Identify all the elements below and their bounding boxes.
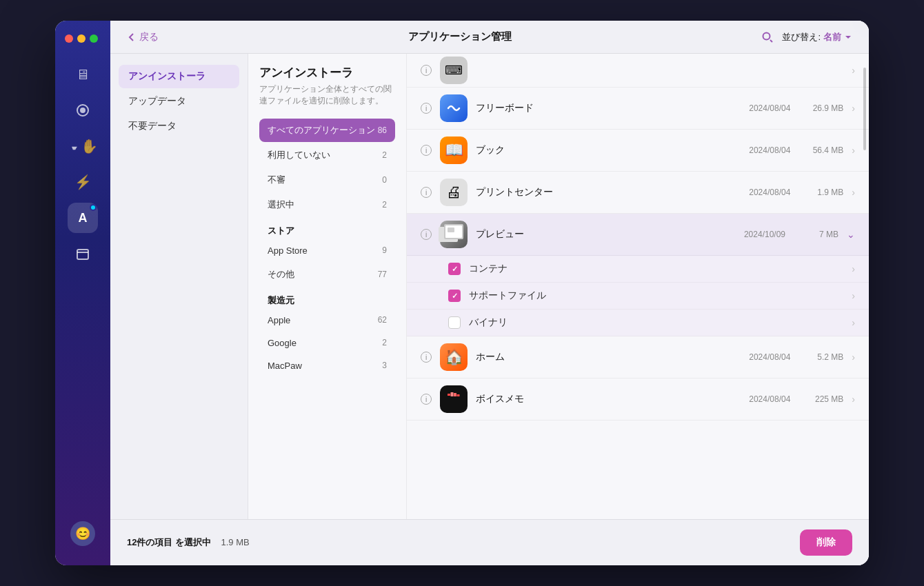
filter-all-label: すべてのアプリケーション xyxy=(268,124,375,137)
filter-other-label: その他 xyxy=(268,268,294,281)
info-button-voice[interactable]: i xyxy=(421,394,432,405)
footer: 12件の項目 を選択中 1.9 MB 削除 xyxy=(110,519,869,565)
expand-icon-home[interactable]: › xyxy=(852,352,855,363)
display-icon[interactable]: 🖥 xyxy=(68,59,98,90)
sub-chevron-support[interactable]: › xyxy=(852,290,855,301)
app-name-voice: ボイスメモ xyxy=(476,393,720,405)
sub-chevron-binary[interactable]: › xyxy=(852,317,855,328)
expand-icon-freeboard[interactable]: › xyxy=(852,103,855,114)
main-window: 🖥 ✋ ⚡ A 😊 xyxy=(55,21,869,565)
filter-unused[interactable]: 利用していない 2 xyxy=(259,143,395,167)
nav-item-junk[interactable]: 不要データ xyxy=(119,114,239,138)
filter-selected[interactable]: 選択中 2 xyxy=(259,193,395,216)
scrollbar-thumb[interactable] xyxy=(863,68,866,150)
info-button[interactable]: i xyxy=(421,65,432,76)
collapse-icon-preview[interactable]: ⌄ xyxy=(847,229,855,240)
app-icon-books: 📖 xyxy=(440,137,468,164)
expand-icon[interactable]: › xyxy=(852,65,855,76)
app-icon-preview xyxy=(440,221,468,248)
manufacturer-section-label: 製造元 xyxy=(259,287,395,310)
nav-item-uninstaller[interactable]: アンインストーラ xyxy=(119,65,239,88)
filter-other-count: 77 xyxy=(378,270,387,279)
page-title: アプリケーション管理 xyxy=(159,30,761,43)
traffic-lights xyxy=(55,34,98,43)
user-avatar[interactable]: 😊 xyxy=(70,521,95,546)
app-date-freeboard: 2024/08/04 xyxy=(728,103,790,113)
app-row-voice[interactable]: i ボイスメモ 2024/08/04 225 MB › xyxy=(407,378,869,421)
maximize-button[interactable] xyxy=(90,34,98,43)
app-name-print: プリントセンター xyxy=(476,186,720,199)
sort-label: 並び替え: xyxy=(782,31,821,43)
app-size-books: 56.4 MB xyxy=(799,145,843,155)
sidebar: 🖥 ✋ ⚡ A 😊 xyxy=(55,21,110,565)
filter-google[interactable]: Google 2 xyxy=(259,332,395,354)
svg-rect-11 xyxy=(457,394,460,396)
expand-icon-print[interactable]: › xyxy=(852,187,855,198)
app-row-print[interactable]: i 🖨 プリントセンター 2024/08/04 1.9 MB › xyxy=(407,172,869,214)
close-button[interactable] xyxy=(65,34,73,43)
app-row-books[interactable]: i 📖 ブック 2024/08/04 56.4 MB › xyxy=(407,130,869,172)
app-name-preview: プレビュー xyxy=(476,228,715,241)
sort-value: 名前 xyxy=(823,31,841,43)
nav-item-updater[interactable]: アップデータ xyxy=(119,90,239,113)
delete-button[interactable]: 削除 xyxy=(800,529,852,556)
checkbox-binary[interactable] xyxy=(448,316,461,329)
expand-icon-books[interactable]: › xyxy=(852,145,855,156)
app-size-print: 1.9 MB xyxy=(799,188,843,197)
info-button-books[interactable]: i xyxy=(421,145,432,156)
filter-google-label: Google xyxy=(268,338,297,348)
filter-apple[interactable]: Apple 62 xyxy=(259,310,395,331)
app-row-home[interactable]: i 🏠 ホーム 2024/08/04 5.2 MB › xyxy=(407,336,869,378)
filter-unused-count: 2 xyxy=(382,150,387,160)
app-name-books: ブック xyxy=(476,144,720,156)
filter-suspicious[interactable]: 不審 0 xyxy=(259,168,395,192)
uninstaller-nav-icon[interactable]: A xyxy=(68,203,98,233)
sub-row-container[interactable]: コンテナ › xyxy=(407,256,869,283)
disk-icon[interactable] xyxy=(68,239,98,269)
filter-google-count: 2 xyxy=(382,338,387,347)
app-date-preview: 2024/10/09 xyxy=(723,230,785,239)
privacy-icon[interactable] xyxy=(68,95,98,125)
filter-appstore[interactable]: App Store 9 xyxy=(259,240,395,261)
filter-apple-count: 62 xyxy=(378,315,387,325)
app-row-preview[interactable]: i プレビュー 2024/10/09 7 MB ⌄ xyxy=(407,214,869,256)
filter-all[interactable]: すべてのアプリケーション 86 xyxy=(259,119,395,142)
info-button-freeboard[interactable]: i xyxy=(421,103,432,114)
filter-other[interactable]: その他 77 xyxy=(259,263,395,286)
filter-suspicious-label: 不審 xyxy=(268,174,285,186)
sub-row-support[interactable]: サポートファイル › xyxy=(407,283,869,310)
app-date-home: 2024/08/04 xyxy=(728,352,790,362)
filter-apple-label: Apple xyxy=(268,315,290,325)
app-row-top-partial[interactable]: i ⌨ › xyxy=(407,54,869,88)
sort-button[interactable]: 並び替え: 名前 xyxy=(782,31,852,43)
info-button-preview[interactable]: i xyxy=(421,229,432,240)
gesture-icon[interactable]: ✋ xyxy=(68,131,98,161)
sub-chevron-container[interactable]: › xyxy=(852,263,855,274)
app-size-voice: 225 MB xyxy=(799,394,843,404)
filter-macpaw[interactable]: MacPaw 3 xyxy=(259,355,395,376)
filter-selected-label: 選択中 xyxy=(268,199,294,211)
minimize-button[interactable] xyxy=(77,34,86,43)
back-button[interactable]: 戻る xyxy=(127,31,159,43)
speed-icon[interactable]: ⚡ xyxy=(68,167,98,197)
app-size-preview: 7 MB xyxy=(794,230,838,239)
filter-appstore-count: 9 xyxy=(382,245,387,255)
info-button-home[interactable]: i xyxy=(421,352,432,363)
expand-icon-voice[interactable]: › xyxy=(852,394,855,405)
app-icon-home: 🏠 xyxy=(440,343,468,371)
sub-name-binary: バイナリ xyxy=(469,316,843,329)
svg-point-3 xyxy=(763,32,770,39)
app-name-home: ホーム xyxy=(476,351,720,363)
info-button-print[interactable]: i xyxy=(421,187,432,198)
left-nav-panel: アンインストーラ アップデータ 不要データ xyxy=(110,54,248,519)
filter-appstore-label: App Store xyxy=(268,245,308,256)
app-row-freeboard[interactable]: i フリーボード 2024/08/04 26.9 MB › xyxy=(407,88,869,130)
checkbox-support[interactable] xyxy=(448,290,461,302)
sub-name-container: コンテナ xyxy=(469,263,843,275)
search-icon[interactable] xyxy=(761,31,774,43)
panel-title: アンインストーラ xyxy=(259,65,395,81)
checkbox-container[interactable] xyxy=(448,263,461,275)
store-section-label: ストア xyxy=(259,218,395,240)
selected-count: 12件の項目 を選択中 xyxy=(127,537,211,547)
sub-row-binary[interactable]: バイナリ › xyxy=(407,310,869,336)
